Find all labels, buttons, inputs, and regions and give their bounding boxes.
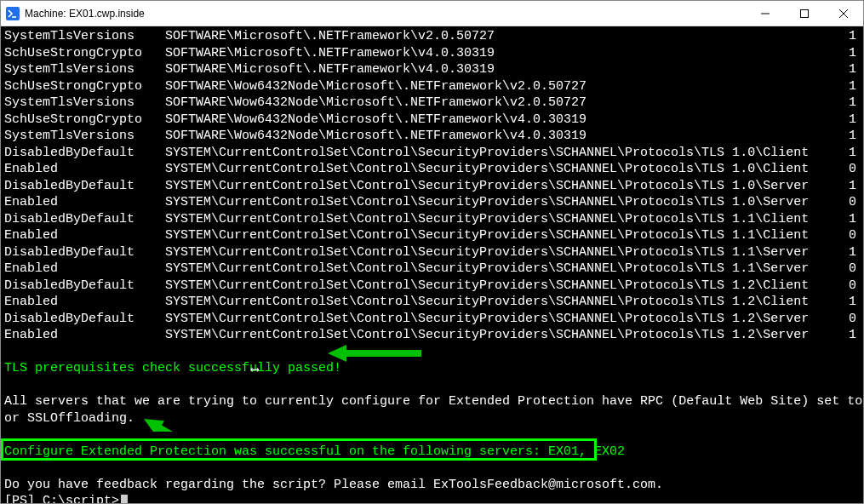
registry-row: EnabledSYSTEM\CurrentControlSet\Control\…: [4, 261, 860, 278]
registry-value: 0: [837, 227, 860, 244]
registry-key: Enabled: [4, 327, 165, 344]
registry-path: SYSTEM\CurrentControlSet\Control\Securit…: [165, 261, 837, 278]
registry-row: DisabledByDefaultSYSTEM\CurrentControlSe…: [4, 278, 860, 295]
maximize-button[interactable]: [785, 1, 824, 26]
servers-note-line1: All servers that we are trying to curren…: [4, 393, 860, 410]
registry-value: 1: [837, 78, 860, 95]
registry-key: DisabledByDefault: [4, 311, 165, 328]
blank-line: [4, 377, 860, 394]
registry-path: SOFTWARE\Microsoft\.NETFramework\v4.0.30…: [165, 61, 837, 78]
registry-row: SchUseStrongCryptoSOFTWARE\Wow6432Node\M…: [4, 78, 860, 95]
registry-value: 1: [837, 112, 860, 129]
registry-row: DisabledByDefaultSYSTEM\CurrentControlSe…: [4, 311, 860, 328]
registry-value: 0: [837, 194, 860, 211]
window-title: Machine: EX01.cwp.inside: [25, 8, 145, 20]
titlebar[interactable]: Machine: EX01.cwp.inside: [1, 1, 863, 26]
registry-value: 1: [837, 28, 860, 45]
registry-value: 0: [837, 261, 860, 278]
registry-value: 1: [837, 294, 860, 311]
registry-path: SOFTWARE\Wow6432Node\Microsoft\.NETFrame…: [165, 94, 837, 112]
registry-row: SystemTlsVersionsSOFTWARE\Wow6432Node\Mi…: [4, 94, 860, 112]
registry-value: 1: [837, 327, 860, 344]
blank-line: [4, 344, 860, 361]
registry-value: 1: [837, 61, 860, 78]
registry-path: SYSTEM\CurrentControlSet\Control\Securit…: [165, 311, 837, 328]
terminal-output[interactable]: SystemTlsVersionsSOFTWARE\Microsoft\.NET…: [1, 26, 863, 503]
registry-key: SchUseStrongCrypto: [4, 112, 165, 129]
registry-row: EnabledSYSTEM\CurrentControlSet\Control\…: [4, 294, 860, 311]
registry-value: 0: [837, 161, 860, 178]
blank-line: [4, 460, 860, 477]
registry-path: SOFTWARE\Microsoft\.NETFramework\v2.0.50…: [165, 28, 837, 45]
registry-value: 0: [837, 311, 860, 328]
registry-path: SYSTEM\CurrentControlSet\Control\Securit…: [165, 161, 837, 178]
servers-note-line2: or SSLOffloading.: [4, 410, 860, 427]
close-button[interactable]: [824, 1, 863, 26]
registry-path: SYSTEM\CurrentControlSet\Control\Securit…: [165, 244, 837, 261]
registry-value: 1: [837, 145, 860, 162]
cursor-icon: [121, 495, 128, 503]
registry-row: SystemTlsVersionsSOFTWARE\Microsoft\.NET…: [4, 28, 860, 45]
registry-key: DisabledByDefault: [4, 178, 165, 195]
blank-line: [4, 427, 860, 444]
prompt-text: [PS] C:\script>: [4, 493, 119, 503]
success-line: Configure Extended Protection was succes…: [4, 444, 860, 461]
registry-key: Enabled: [4, 294, 165, 311]
registry-path: SYSTEM\CurrentControlSet\Control\Securit…: [165, 211, 837, 228]
registry-value: 1: [837, 94, 860, 112]
registry-key: DisabledByDefault: [4, 244, 165, 261]
registry-path: SYSTEM\CurrentControlSet\Control\Securit…: [165, 194, 837, 211]
prompt-line: [PS] C:\script>: [4, 493, 860, 503]
registry-key: SchUseStrongCrypto: [4, 78, 165, 95]
registry-key: SchUseStrongCrypto: [4, 45, 165, 62]
registry-value: 1: [837, 211, 860, 228]
registry-key: Enabled: [4, 261, 165, 278]
registry-path: SOFTWARE\Microsoft\.NETFramework\v4.0.30…: [165, 45, 837, 62]
registry-row: SchUseStrongCryptoSOFTWARE\Microsoft\.NE…: [4, 45, 860, 62]
registry-path: SOFTWARE\Wow6432Node\Microsoft\.NETFrame…: [165, 128, 837, 145]
registry-key: SystemTlsVersions: [4, 94, 165, 112]
registry-value: 1: [837, 244, 860, 261]
registry-value: 1: [837, 128, 860, 145]
registry-row: EnabledSYSTEM\CurrentControlSet\Control\…: [4, 161, 860, 178]
powershell-icon: [6, 7, 20, 20]
registry-key: SystemTlsVersions: [4, 28, 165, 45]
registry-key: DisabledByDefault: [4, 145, 165, 162]
registry-row: EnabledSYSTEM\CurrentControlSet\Control\…: [4, 327, 860, 344]
registry-row: DisabledByDefaultSYSTEM\CurrentControlSe…: [4, 145, 860, 162]
registry-path: SOFTWARE\Wow6432Node\Microsoft\.NETFrame…: [165, 78, 837, 95]
registry-path: SYSTEM\CurrentControlSet\Control\Securit…: [165, 327, 837, 344]
registry-key: SystemTlsVersions: [4, 61, 165, 78]
registry-row: SystemTlsVersionsSOFTWARE\Wow6432Node\Mi…: [4, 128, 860, 145]
registry-key: SystemTlsVersions: [4, 128, 165, 145]
registry-path: SYSTEM\CurrentControlSet\Control\Securit…: [165, 145, 837, 162]
tls-ok-line: TLS prerequisites check successfully pas…: [4, 360, 860, 377]
registry-key: Enabled: [4, 227, 165, 244]
registry-path: SYSTEM\CurrentControlSet\Control\Securit…: [165, 278, 837, 295]
svg-rect-1: [801, 9, 809, 17]
registry-key: DisabledByDefault: [4, 278, 165, 295]
registry-path: SYSTEM\CurrentControlSet\Control\Securit…: [165, 294, 837, 311]
registry-value: 1: [837, 178, 860, 195]
app-window: Machine: EX01.cwp.inside SystemTlsVersio…: [0, 0, 864, 504]
registry-key: Enabled: [4, 194, 165, 211]
registry-value: 1: [837, 45, 860, 62]
minimize-button[interactable]: [746, 1, 785, 26]
registry-path: SOFTWARE\Wow6432Node\Microsoft\.NETFrame…: [165, 112, 837, 129]
registry-row: DisabledByDefaultSYSTEM\CurrentControlSe…: [4, 178, 860, 195]
feedback-line: Do you have feedback regarding the scrip…: [4, 477, 860, 494]
registry-row: DisabledByDefaultSYSTEM\CurrentControlSe…: [4, 244, 860, 261]
registry-path: SYSTEM\CurrentControlSet\Control\Securit…: [165, 178, 837, 195]
registry-row: DisabledByDefaultSYSTEM\CurrentControlSe…: [4, 211, 860, 228]
registry-key: DisabledByDefault: [4, 211, 165, 228]
registry-row: SystemTlsVersionsSOFTWARE\Microsoft\.NET…: [4, 61, 860, 78]
registry-key: Enabled: [4, 161, 165, 178]
registry-path: SYSTEM\CurrentControlSet\Control\Securit…: [165, 227, 837, 244]
registry-value: 0: [837, 278, 860, 295]
registry-row: SchUseStrongCryptoSOFTWARE\Wow6432Node\M…: [4, 112, 860, 129]
registry-row: EnabledSYSTEM\CurrentControlSet\Control\…: [4, 227, 860, 244]
registry-row: EnabledSYSTEM\CurrentControlSet\Control\…: [4, 194, 860, 211]
